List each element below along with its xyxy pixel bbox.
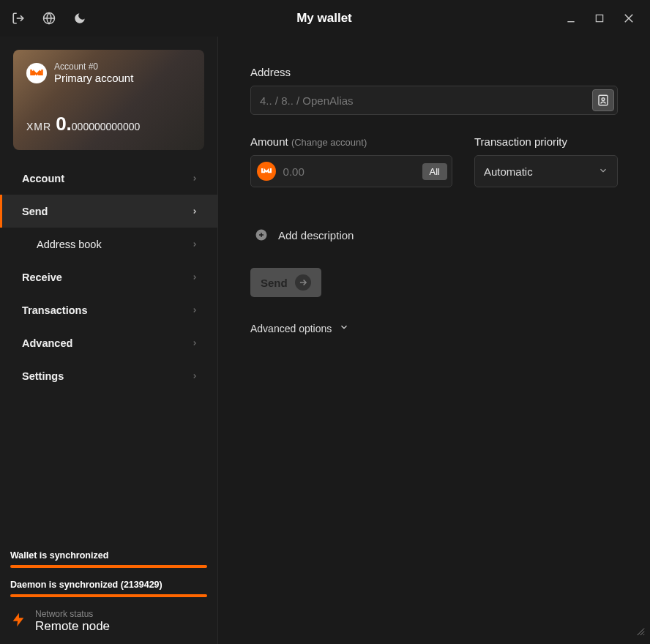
svg-line-16 [643, 634, 644, 635]
priority-select[interactable]: Automatic [474, 155, 618, 187]
address-label: Address [250, 66, 618, 78]
arrow-right-icon [295, 274, 311, 291]
network-status-label: Network status [35, 609, 110, 619]
nav-label: Transactions [22, 304, 87, 316]
address-book-button[interactable] [592, 89, 614, 111]
nav-receive[interactable]: Receive [0, 261, 217, 293]
daemon-sync-label: Daemon is synchronized (2139429) [10, 580, 207, 590]
amount-label: Amount (Change account) [250, 135, 452, 148]
xmr-icon [257, 162, 276, 181]
monero-logo-icon [26, 63, 47, 83]
nav-transactions[interactable]: Transactions [0, 293, 217, 326]
address-input[interactable] [260, 94, 592, 107]
chevron-down-icon [598, 165, 608, 178]
address-input-wrap [250, 86, 618, 115]
account-tag: Account #0 [54, 61, 133, 72]
chevron-right-icon [191, 206, 198, 217]
chevron-right-icon [191, 239, 198, 250]
chevron-right-icon [191, 304, 198, 316]
nav-label: Address book [37, 239, 102, 250]
nav-send[interactable]: Send [0, 195, 217, 228]
maximize-button[interactable] [591, 10, 608, 26]
priority-label: Transaction priority [474, 135, 618, 148]
send-button-label: Send [261, 277, 288, 289]
nav-account[interactable]: Account [0, 162, 217, 195]
daemon-sync-bar [10, 594, 207, 597]
nav-advanced[interactable]: Advanced [0, 326, 217, 359]
nav-address-book[interactable]: Address book [0, 228, 217, 261]
chevron-down-icon [339, 322, 349, 334]
window-title: My wallet [86, 11, 562, 26]
network-status-value: Remote node [35, 619, 110, 634]
resize-handle-icon[interactable] [634, 625, 646, 640]
amount-input[interactable] [283, 165, 422, 178]
nav-label: Receive [22, 272, 62, 283]
bolt-icon [10, 610, 26, 633]
network-status[interactable]: Network status Remote node [10, 609, 207, 634]
logout-icon[interactable] [12, 12, 25, 25]
moon-icon[interactable] [73, 12, 86, 25]
nav-settings[interactable]: Settings [0, 359, 217, 392]
chevron-right-icon [191, 173, 198, 184]
wallet-sync-bar [10, 565, 207, 568]
nav-label: Settings [22, 370, 64, 382]
nav-label: Advanced [22, 337, 72, 349]
all-button[interactable]: All [422, 163, 447, 180]
close-button[interactable] [619, 9, 638, 28]
account-name: Primary account [54, 72, 133, 84]
advanced-options-label: Advanced options [250, 323, 332, 334]
balance-fraction: 000000000000 [72, 121, 140, 132]
svg-rect-4 [596, 15, 602, 21]
globe-icon[interactable] [42, 12, 56, 25]
chevron-right-icon [191, 272, 198, 283]
amount-input-wrap: All [250, 155, 452, 187]
nav-label: Send [22, 206, 48, 217]
svg-line-14 [638, 629, 644, 635]
send-button[interactable]: Send [250, 268, 321, 297]
plus-circle-icon [255, 228, 268, 242]
main-content: Address Amount (Change account) All [218, 37, 650, 644]
chevron-right-icon [191, 370, 198, 382]
nav-label: Account [22, 173, 64, 184]
balance-currency: XMR [26, 121, 51, 132]
add-description-button[interactable]: Add description [250, 228, 618, 242]
minimize-button[interactable] [562, 10, 580, 27]
add-description-label: Add description [278, 229, 354, 242]
wallet-sync-label: Wallet is synchronized [10, 550, 207, 561]
chevron-right-icon [191, 337, 198, 349]
change-account-link[interactable]: (Change account) [291, 137, 367, 148]
account-card[interactable]: Account #0 Primary account XMR 0.0000000… [13, 50, 204, 150]
sidebar: Account #0 Primary account XMR 0.0000000… [0, 37, 218, 644]
svg-point-9 [602, 98, 605, 101]
advanced-options-toggle[interactable]: Advanced options [250, 322, 618, 334]
balance-integer: 0. [56, 113, 72, 135]
priority-value: Automatic [484, 165, 533, 178]
